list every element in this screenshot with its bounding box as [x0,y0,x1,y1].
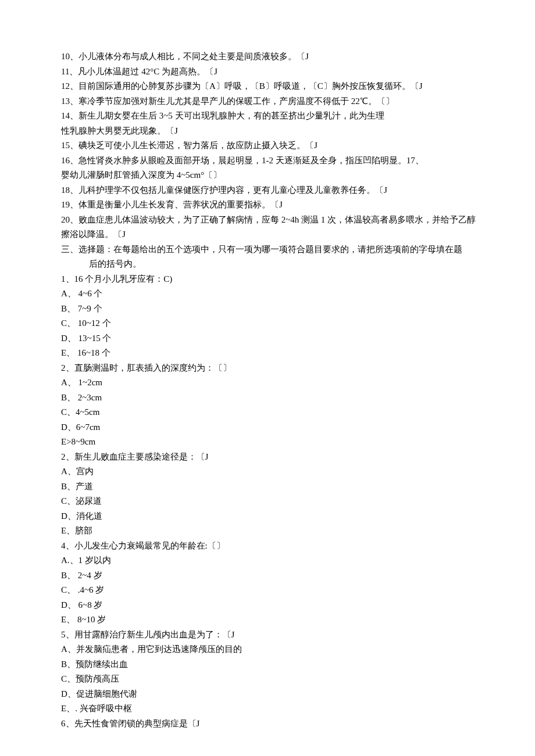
text-line: 13、寒冷季节应加强对新生儿尤其是早产儿的保暖工作，产房温度不得低于 22℃。〔… [61,94,477,109]
text-line: 4、小儿发生心力衰竭最常见的年龄在:〔〕 [61,539,477,554]
text-line-indented: 后的括号内。 [61,257,477,272]
text-line: A、宫内 [61,464,477,479]
text-line: 16、急性肾炎水肿多从眼睑及面部开场，晨起明显，1-2 天逐渐延及全身，指压凹陷… [61,153,477,169]
text-line: C、 10~12 个 [61,316,477,331]
text-line: B、 2~3cm [61,390,477,406]
text-line: E、 16~18 个 [61,346,477,361]
text-line: C、 .4~6 岁 [61,583,477,598]
text-line: 2、新生儿败血症主要感染途径是：〔J [61,450,477,465]
text-line: B、 7~9 个 [61,302,477,317]
text-line: 1、16 个月小儿乳牙应有：C) [61,272,477,287]
text-line: 12、目前国际通用的心肺复苏步骤为〔A〕呼吸，〔B〕呼吸道，〔C〕胸外按压恢复循… [61,79,477,94]
text-line: 6、先天性食管闭锁的典型病症是〔J [61,716,477,732]
text-line: A、并发脑疝患者，用它到达迅速降颅压的目的 [61,642,477,657]
text-line: 19、体重是衡量小儿生长发育、营养状况的重要指标。〔J [61,198,477,213]
text-line: E、 8~10 岁 [61,612,477,628]
text-line: E>8~9cm [61,435,477,450]
text-line: 11、凡小儿体温超过 42°C 为超高热。〔J [61,65,477,80]
text-line: D、 13~15 个 [61,331,477,346]
text-line: 5、用甘露醇治疗新生儿颅内出血是为了：〔J [61,628,477,643]
text-line: 2、直肠测温时，肛表插入的深度约为：〔〕 [61,361,477,376]
text-line: 三、选择题：在每题给出的五个选项中，只有一项为哪一项符合题目要求的，请把所选项前… [61,242,477,257]
text-line: 14、新生儿期女婴在生后 3~5 天可出现乳腺肿大，有的甚至挤出少量乳汁，此为生… [61,109,477,124]
text-line: A、 1~2cm [61,375,477,390]
text-line: 婴幼儿灌肠时肛管插入深度为 4~5cm°〔〕 [61,168,477,183]
text-line: C、泌尿道 [61,494,477,509]
text-line: 10、小儿液体分布与成人相比，不同之处主要是间质液较多。〔J [61,49,477,65]
document-page: 10、小儿液体分布与成人相比，不同之处主要是间质液较多。〔J 11、凡小儿体温超… [0,0,535,756]
text-line: E、脐部 [61,524,477,539]
text-line: D、6~7cm [61,420,477,435]
text-line: A、 4~6 个 [61,286,477,302]
text-line: E、. 兴奋呼吸中枢 [61,701,477,716]
text-line: D、消化道 [61,509,477,524]
text-line: B、预防继续出血 [61,657,477,672]
text-line: 15、碘块乏可使小儿生长滞迟，智力落后，故应防止摄入块乏。〔J [61,138,477,153]
text-line: B、 2~4 岁 [61,568,477,583]
text-line: A.、1 岁以内 [61,553,477,568]
text-line: 20、败血症患儿体温波动较大，为了正确了解病情，应每 2~4h 测温 1 次，体… [61,213,477,242]
text-line: 性乳腺肿大男婴无此现象。〔J [61,124,477,139]
text-line: C、4~5cm [61,405,477,420]
text-line: D、促进脑细胞代谢 [61,687,477,702]
text-line: D、 6~8 岁 [61,598,477,613]
text-line: C、预防颅高压 [61,672,477,687]
text-line: B、产道 [61,479,477,495]
text-line: 18、儿科护理学不仅包括儿童保健医疗护理内容，更有儿童心理及儿童教养任务。〔J [61,183,477,198]
